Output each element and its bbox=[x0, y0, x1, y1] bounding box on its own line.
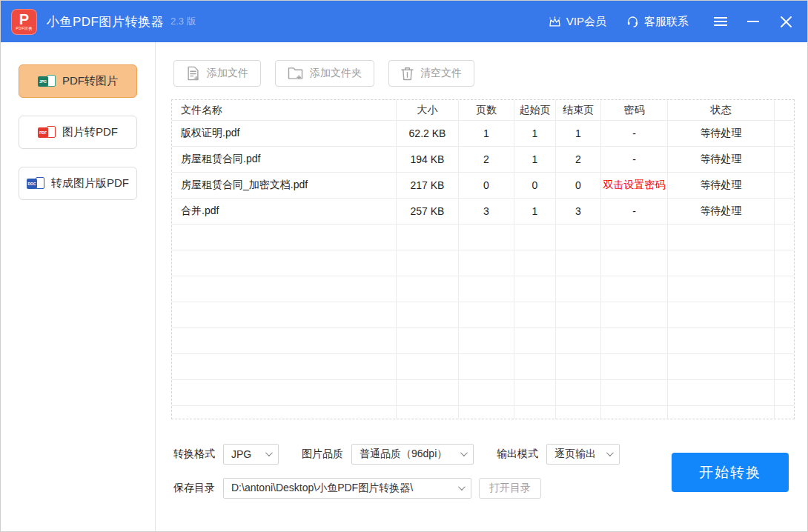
minimize-button[interactable] bbox=[745, 13, 761, 30]
table-cell bbox=[601, 354, 668, 379]
table-cell bbox=[668, 328, 775, 353]
table-cell: 0 bbox=[514, 173, 556, 198]
table-empty-row[interactable] bbox=[172, 380, 794, 406]
format-value: JPG bbox=[231, 448, 251, 460]
table-header-row: 文件名称大小页数起始页结束页密码状态 bbox=[172, 100, 794, 121]
clear-files-button[interactable]: 清空文件 bbox=[388, 60, 474, 87]
add-file-button[interactable]: 添加文件 bbox=[173, 60, 261, 87]
close-button[interactable] bbox=[778, 13, 794, 30]
table-cell: 0 bbox=[459, 173, 514, 198]
customer-support-button[interactable]: 客服联系 bbox=[626, 15, 689, 29]
table-cell-extra bbox=[775, 406, 794, 419]
table-empty-row[interactable] bbox=[172, 276, 794, 302]
table-cell[interactable]: 双击设置密码 bbox=[601, 173, 668, 198]
table-cell bbox=[172, 354, 397, 379]
vip-member-button[interactable]: VIP会员 bbox=[548, 15, 606, 29]
table-cell-extra bbox=[775, 328, 794, 353]
table-cell bbox=[514, 380, 556, 405]
table-cell bbox=[397, 380, 459, 405]
trash-icon bbox=[401, 67, 414, 81]
table-cell bbox=[514, 328, 556, 353]
table-cell bbox=[668, 406, 775, 419]
table-cell: 0 bbox=[556, 173, 601, 198]
sidebar-item-label: PDF转图片 bbox=[62, 74, 118, 88]
table-row[interactable]: 合并.pdf257 KB313-等待处理 bbox=[172, 199, 794, 225]
table-cell bbox=[172, 250, 397, 276]
table-cell bbox=[459, 250, 514, 276]
table-cell: 1 bbox=[556, 121, 601, 146]
sidebar-item-1[interactable]: PDF图片转PDF bbox=[19, 116, 137, 149]
format-label: 转换格式 bbox=[173, 448, 215, 461]
table-cell bbox=[556, 406, 601, 419]
table-cell: 等待处理 bbox=[668, 121, 775, 146]
table-cell bbox=[172, 302, 397, 327]
table-cell: 合并.pdf bbox=[172, 199, 397, 224]
to-image-pdf-icon: DOC bbox=[27, 177, 44, 190]
table-cell: 等待处理 bbox=[668, 199, 775, 224]
sidebar-item-label: 转成图片版PDF bbox=[51, 176, 129, 190]
sidebar-item-2[interactable]: DOC转成图片版PDF bbox=[19, 167, 137, 200]
table-empty-row[interactable] bbox=[172, 225, 794, 250]
start-conversion-button[interactable]: 开始转换 bbox=[672, 453, 789, 492]
save-directory-row: 保存目录 D:\antoni\Desktop\小鱼PDF图片转换器\ 打开目录 bbox=[173, 478, 541, 499]
table-cell bbox=[556, 302, 601, 327]
table-empty-row[interactable] bbox=[172, 250, 794, 276]
table-cell bbox=[601, 225, 668, 250]
table-cell bbox=[397, 250, 459, 276]
app-title: 小鱼PDF图片转换器 bbox=[47, 13, 164, 30]
table-cell-extra bbox=[775, 354, 794, 379]
table-cell: 2 bbox=[459, 147, 514, 172]
table-cell bbox=[514, 225, 556, 250]
save-dir-select[interactable]: D:\antoni\Desktop\小鱼PDF图片转换器\ bbox=[223, 478, 471, 499]
table-cell: 194 KB bbox=[397, 147, 459, 172]
table-cell-extra bbox=[775, 199, 794, 224]
vip-member-label: VIP会员 bbox=[566, 15, 606, 29]
table-cell bbox=[668, 354, 775, 379]
sidebar-item-0[interactable]: JPGPDF转图片 bbox=[19, 64, 137, 98]
open-directory-button[interactable]: 打开目录 bbox=[479, 478, 541, 499]
table-row[interactable]: 房屋租赁合同_加密文档.pdf217 KB000双击设置密码等待处理 bbox=[172, 173, 794, 199]
table-cell bbox=[601, 250, 668, 276]
table-cell bbox=[668, 225, 775, 250]
pdf-to-image-icon: JPG bbox=[38, 75, 56, 87]
table-cell-extra bbox=[775, 276, 794, 302]
output-mode-select[interactable]: 逐页输出 bbox=[546, 444, 620, 465]
customer-support-label: 客服联系 bbox=[644, 15, 689, 29]
table-row[interactable]: 房屋租赁合同.pdf194 KB212-等待处理 bbox=[172, 147, 794, 173]
table-cell bbox=[459, 354, 514, 379]
table-cell-extra bbox=[775, 173, 794, 198]
table-empty-row[interactable] bbox=[172, 328, 794, 354]
quality-select[interactable]: 普通品质（96dpi） bbox=[351, 444, 474, 465]
add-folder-button[interactable]: 添加文件夹 bbox=[275, 60, 374, 87]
table-empty-row[interactable] bbox=[172, 302, 794, 328]
table-cell: - bbox=[601, 199, 668, 224]
table-empty-row[interactable] bbox=[172, 354, 794, 380]
app-window: P PDF转换 小鱼PDF图片转换器 2.3 版 VIP会员 客服联系 bbox=[0, 0, 808, 532]
table-cell: 3 bbox=[556, 199, 601, 224]
file-table: 文件名称大小页数起始页结束页密码状态版权证明.pdf62.2 KB111-等待处… bbox=[171, 99, 795, 419]
table-cell: 等待处理 bbox=[668, 147, 775, 172]
header-cell: 状态 bbox=[668, 100, 775, 120]
table-cell bbox=[601, 380, 668, 405]
table-cell: 1 bbox=[514, 199, 556, 224]
close-icon bbox=[780, 16, 792, 28]
table-cell bbox=[397, 225, 459, 250]
table-row[interactable]: 版权证明.pdf62.2 KB111-等待处理 bbox=[172, 121, 794, 147]
table-cell bbox=[556, 328, 601, 353]
format-select[interactable]: JPG bbox=[223, 444, 279, 465]
table-cell: 1 bbox=[459, 121, 514, 146]
crown-icon bbox=[548, 16, 562, 28]
table-cell: 62.2 KB bbox=[397, 121, 459, 146]
table-cell bbox=[556, 225, 601, 250]
table-empty-row[interactable] bbox=[172, 406, 794, 419]
table-cell bbox=[172, 406, 397, 419]
table-cell bbox=[556, 354, 601, 379]
table-cell bbox=[172, 328, 397, 353]
hamburger-icon bbox=[713, 16, 728, 27]
chevron-down-icon bbox=[460, 449, 468, 456]
table-cell: 2 bbox=[556, 147, 601, 172]
menu-button[interactable] bbox=[712, 13, 729, 30]
output-mode-label: 输出模式 bbox=[497, 448, 538, 461]
table-cell-extra bbox=[775, 380, 794, 405]
table-cell bbox=[601, 276, 668, 302]
